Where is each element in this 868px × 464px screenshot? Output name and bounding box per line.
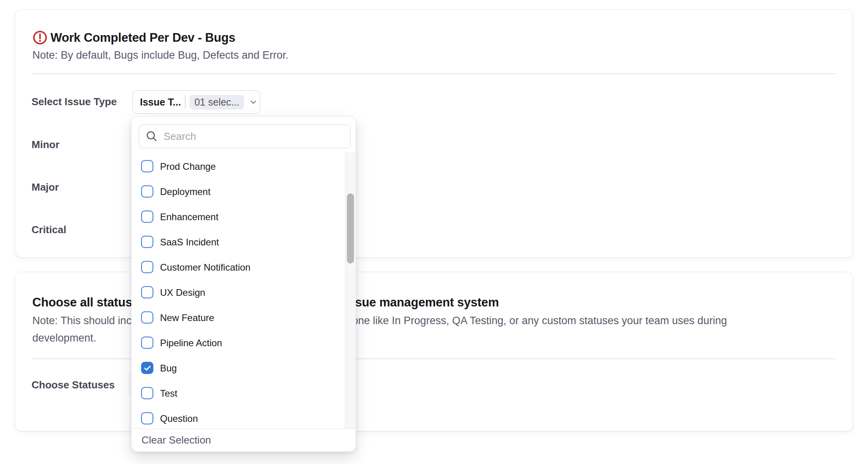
option-label: Pipeline Action bbox=[160, 337, 222, 348]
option-label: UX Design bbox=[160, 287, 205, 298]
option-label: Bug bbox=[160, 362, 177, 373]
issue-type-dropdown-trigger[interactable]: Issue T... 01 selec... bbox=[132, 90, 260, 114]
selected-count-badge: 01 selec... bbox=[190, 95, 244, 110]
dropdown-scrollbar-thumb[interactable] bbox=[347, 193, 354, 264]
settings-page: Work Completed Per Dev - Bugs Note: By d… bbox=[0, 0, 868, 464]
issue-type-trigger-label: Issue T... bbox=[140, 97, 181, 108]
option-label: Deployment bbox=[160, 186, 210, 197]
work-completed-title: Work Completed Per Dev - Bugs bbox=[50, 31, 235, 45]
checkbox-icon[interactable] bbox=[141, 412, 153, 425]
issue-type-option[interactable]: SaaS Incident bbox=[141, 236, 219, 248]
issue-type-option[interactable]: Test bbox=[141, 387, 177, 399]
severity-label-minor: Minor bbox=[32, 139, 60, 151]
severity-label-major: Major bbox=[32, 181, 59, 193]
issue-type-option[interactable]: Question bbox=[141, 412, 198, 425]
work-completed-note: Note: By default, Bugs include Bug, Defe… bbox=[32, 49, 289, 61]
choose-statuses-label: Choose Statuses bbox=[32, 379, 115, 391]
option-label: New Feature bbox=[160, 312, 214, 323]
trigger-separator bbox=[185, 95, 186, 109]
search-input[interactable] bbox=[139, 124, 350, 148]
checkbox-icon[interactable] bbox=[141, 387, 153, 399]
chevron-down-icon bbox=[249, 98, 258, 107]
clear-selection-button[interactable]: Clear Selection bbox=[142, 434, 211, 446]
dropdown-scrollbar-track[interactable] bbox=[345, 152, 356, 430]
option-label: Test bbox=[160, 388, 177, 399]
checkbox-icon[interactable] bbox=[141, 337, 153, 349]
issue-type-option[interactable]: Pipeline Action bbox=[141, 337, 222, 349]
checkbox-icon[interactable] bbox=[141, 362, 153, 374]
checkbox-icon[interactable] bbox=[141, 286, 153, 299]
card-divider bbox=[32, 73, 836, 74]
issue-type-dropdown-panel: Prod Change Deployment Enhancement SaaS … bbox=[131, 117, 356, 452]
alert-icon bbox=[33, 30, 47, 46]
checkbox-icon[interactable] bbox=[141, 186, 153, 198]
checkbox-icon[interactable] bbox=[141, 312, 153, 324]
option-label: Enhancement bbox=[160, 211, 218, 222]
option-label: Prod Change bbox=[160, 161, 216, 172]
option-label: SaaS Incident bbox=[160, 236, 219, 247]
select-issue-type-label: Select Issue Type bbox=[32, 96, 117, 108]
checkbox-icon[interactable] bbox=[141, 211, 153, 223]
severity-label-critical: Critical bbox=[32, 224, 66, 236]
issue-type-option[interactable]: Prod Change bbox=[141, 160, 216, 173]
issue-type-option[interactable]: Enhancement bbox=[141, 211, 218, 223]
dropdown-footer: Clear Selection bbox=[132, 429, 356, 451]
issue-type-option[interactable]: Bug bbox=[141, 362, 177, 374]
option-label: Customer Notification bbox=[160, 262, 250, 273]
option-label: Question bbox=[160, 413, 198, 424]
checkbox-icon[interactable] bbox=[141, 261, 153, 273]
issue-type-option[interactable]: Customer Notification bbox=[141, 261, 250, 273]
search-icon bbox=[145, 130, 158, 144]
issue-type-option[interactable]: New Feature bbox=[141, 312, 214, 324]
issue-type-option[interactable]: Deployment bbox=[141, 186, 210, 198]
checkbox-icon[interactable] bbox=[141, 236, 153, 248]
checkbox-icon[interactable] bbox=[141, 160, 153, 173]
issue-type-option[interactable]: UX Design bbox=[141, 286, 205, 299]
statuses-note-line2: development. bbox=[32, 332, 96, 344]
